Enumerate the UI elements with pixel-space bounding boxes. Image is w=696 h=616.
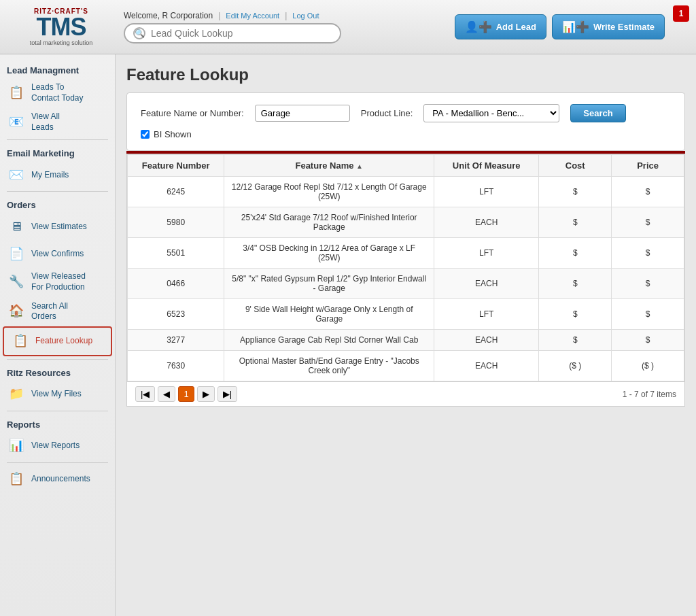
logo-subtitle: total marketing solution bbox=[30, 39, 93, 46]
cell-feature-name: 12/12 Garage Roof Repl Std 7/12 x Length… bbox=[224, 177, 434, 207]
page-1-button[interactable]: 1 bbox=[178, 386, 194, 402]
divider1 bbox=[7, 139, 108, 140]
sidebar-item-feature-lookup[interactable]: 📋 Feature Lookup bbox=[3, 326, 112, 356]
page-title: Feature Lookup bbox=[126, 65, 685, 84]
view-released-label: View ReleasedFor Production bbox=[31, 271, 86, 292]
view-estimates-label: View Estimates bbox=[31, 222, 87, 233]
divider2 bbox=[7, 191, 108, 192]
lead-search-bar[interactable]: 🔍 bbox=[124, 23, 341, 44]
cell-feature-number: 7630 bbox=[128, 351, 224, 381]
cell-uom: LFT bbox=[434, 299, 539, 330]
log-out-link[interactable]: Log Out bbox=[292, 12, 319, 20]
cell-feature-number: 5501 bbox=[128, 238, 224, 269]
cell-feature-number: 5980 bbox=[128, 207, 224, 238]
product-line-label: Product Line: bbox=[361, 108, 413, 118]
my-emails-label: My Emails bbox=[31, 170, 69, 181]
sidebar-item-my-emails[interactable]: ✉️ My Emails bbox=[0, 161, 115, 188]
cell-cost: $ bbox=[539, 330, 612, 351]
cell-cost: $ bbox=[539, 299, 612, 330]
write-estimate-icon: 📊➕ bbox=[562, 20, 589, 33]
email-marketing-title: Email Marketing bbox=[0, 143, 115, 161]
sidebar-item-view-reports[interactable]: 📊 View Reports bbox=[0, 432, 115, 460]
write-estimate-button[interactable]: 📊➕ Write Estimate bbox=[552, 14, 665, 39]
cell-uom: LFT bbox=[434, 238, 539, 269]
view-all-leads-icon: 📧 bbox=[7, 113, 26, 132]
ritz-resources-title: Ritz Resources bbox=[0, 362, 115, 381]
cell-feature-name: 3/4" OSB Decking in 12/12 Area of Garage… bbox=[224, 238, 434, 269]
cell-cost: $ bbox=[539, 207, 612, 238]
view-my-files-label: View My Files bbox=[31, 389, 82, 400]
feature-lookup-icon: 📋 bbox=[11, 332, 30, 351]
bi-shown-label: BI Shown bbox=[154, 129, 192, 139]
main-content: Feature Lookup Feature Name or Number: P… bbox=[116, 54, 696, 616]
cell-cost: $ bbox=[539, 238, 612, 269]
sidebar-item-announcements[interactable]: 📋 Announcements bbox=[0, 466, 115, 493]
th-unit-of-measure[interactable]: Unit Of Measure bbox=[434, 155, 539, 177]
search-all-orders-icon: 🏠 bbox=[7, 302, 26, 321]
first-page-button[interactable]: |◀ bbox=[135, 386, 155, 402]
sidebar-item-view-estimates[interactable]: 🖥 View Estimates bbox=[0, 213, 115, 240]
reports-title: Reports bbox=[0, 414, 115, 432]
cell-feature-name: Optional Master Bath/End Garage Entry - … bbox=[224, 351, 434, 381]
page-controls: |◀ ◀ 1 ▶ ▶| bbox=[135, 386, 237, 402]
separator: | bbox=[218, 11, 220, 20]
logo-area: RITZ·CRAFT'S TMS total marketing solutio… bbox=[7, 7, 116, 46]
table-row[interactable]: 7630 Optional Master Bath/End Garage Ent… bbox=[128, 351, 684, 381]
cell-feature-name: 5/8" "x" Rated Gypsum Repl 1/2" Gyp Inte… bbox=[224, 269, 434, 299]
table-row[interactable]: 5980 25'x24' Std Garage 7/12 Roof w/Fini… bbox=[128, 207, 684, 238]
cell-feature-name: 9' Side Wall Height w/Garage Only x Leng… bbox=[224, 299, 434, 330]
notification-badge[interactable]: 1 bbox=[679, 9, 684, 18]
th-feature-number[interactable]: Feature Number bbox=[128, 155, 224, 177]
sidebar-item-leads-to-contact-today[interactable]: 📋 Leads ToContact Today bbox=[0, 78, 115, 107]
table-row[interactable]: 6245 12/12 Garage Roof Repl Std 7/12 x L… bbox=[128, 177, 684, 207]
last-page-button[interactable]: ▶| bbox=[218, 386, 237, 402]
view-estimates-icon: 🖥 bbox=[7, 217, 26, 236]
table-row[interactable]: 0466 5/8" "x" Rated Gypsum Repl 1/2" Gyp… bbox=[128, 269, 684, 299]
cell-price: $ bbox=[612, 269, 684, 299]
sidebar-item-view-released[interactable]: 🔧 View ReleasedFor Production bbox=[0, 267, 115, 296]
prev-page-button[interactable]: ◀ bbox=[158, 386, 175, 402]
cell-feature-name: Appliance Garage Cab Repl Std Corner Wal… bbox=[224, 330, 434, 351]
table-row[interactable]: 5501 3/4" OSB Decking in 12/12 Area of G… bbox=[128, 238, 684, 269]
feature-name-input[interactable] bbox=[255, 105, 350, 122]
sidebar-item-view-all-leads[interactable]: 📧 View AllLeads bbox=[0, 107, 115, 137]
cell-cost: $ bbox=[539, 269, 612, 299]
pagination: |◀ ◀ 1 ▶ ▶| 1 - 7 of 7 items bbox=[126, 382, 685, 407]
cell-uom: EACH bbox=[434, 330, 539, 351]
search-panel-inner: Feature Name or Number: Product Line: PA… bbox=[141, 104, 671, 122]
header-buttons: 👤➕ Add Lead 📊➕ Write Estimate bbox=[455, 14, 665, 39]
cell-price: $ bbox=[612, 177, 684, 207]
feature-name-label: Feature Name or Number: bbox=[141, 108, 244, 118]
th-feature-name[interactable]: Feature Name ▲ bbox=[224, 155, 434, 177]
table-row[interactable]: 6523 9' Side Wall Height w/Garage Only x… bbox=[128, 299, 684, 330]
bi-shown-checkbox[interactable] bbox=[141, 130, 150, 139]
next-page-button[interactable]: ▶ bbox=[197, 386, 215, 402]
sort-arrow: ▲ bbox=[356, 162, 363, 170]
divider5 bbox=[7, 462, 108, 463]
lead-quick-lookup-input[interactable] bbox=[151, 28, 332, 39]
page-info: 1 - 7 of 7 items bbox=[623, 390, 676, 399]
sidebar-item-view-confirms[interactable]: 📄 View Confirms bbox=[0, 240, 115, 267]
add-lead-button[interactable]: 👤➕ Add Lead bbox=[455, 14, 546, 39]
th-price[interactable]: Price bbox=[612, 155, 684, 177]
cell-price: $ bbox=[612, 207, 684, 238]
cell-feature-name: 25'x24' Std Garage 7/12 Roof w/Finished … bbox=[224, 207, 434, 238]
orders-title: Orders bbox=[0, 194, 115, 213]
cell-cost: $ bbox=[539, 177, 612, 207]
cell-uom: EACH bbox=[434, 207, 539, 238]
add-lead-icon: 👤➕ bbox=[465, 20, 492, 33]
product-line-select[interactable]: PA - Medallion - Benc... bbox=[423, 104, 559, 122]
search-button[interactable]: Search bbox=[570, 104, 625, 122]
sidebar-item-search-all-orders[interactable]: 🏠 Search AllOrders bbox=[0, 297, 115, 326]
announcements-icon: 📋 bbox=[7, 470, 26, 489]
view-reports-label: View Reports bbox=[31, 441, 80, 451]
sidebar: Lead Managment 📋 Leads ToContact Today 📧… bbox=[0, 54, 116, 616]
table-row[interactable]: 3277 Appliance Garage Cab Repl Std Corne… bbox=[128, 330, 684, 351]
cell-feature-number: 6523 bbox=[128, 299, 224, 330]
th-cost[interactable]: Cost bbox=[539, 155, 612, 177]
header-center: Welcome, R Corporation | Edit My Account… bbox=[124, 11, 447, 44]
search-panel: Feature Name or Number: Product Line: PA… bbox=[126, 92, 685, 151]
edit-account-link[interactable]: Edit My Account bbox=[226, 12, 279, 20]
sidebar-item-view-my-files[interactable]: 📁 View My Files bbox=[0, 381, 115, 408]
view-reports-icon: 📊 bbox=[7, 437, 26, 456]
